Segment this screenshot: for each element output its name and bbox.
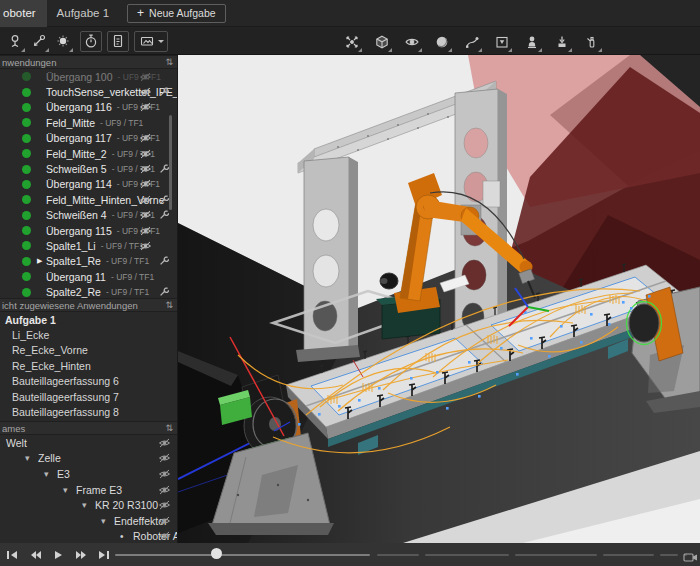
application-frames-label: - UF9 / TF1	[100, 118, 143, 128]
tool-gun-icon[interactable]	[580, 30, 604, 53]
visibility-off-icon[interactable]	[139, 210, 152, 220]
chevron-down-icon[interactable]: ▾	[44, 469, 54, 479]
frame-tree-row[interactable]: • Roboter Aufnahme	[0, 529, 178, 543]
unassigned-application-row[interactable]: Bauteillageerfassung 6	[0, 374, 178, 389]
new-task-button[interactable]: + Neue Aufgabe	[127, 4, 226, 23]
frame-tree-row[interactable]: ▾ E3	[0, 466, 178, 482]
anchor-drop-icon[interactable]	[550, 30, 574, 53]
status-dot-icon	[22, 134, 31, 143]
timeline-handle[interactable]	[211, 548, 222, 559]
visibility-off-icon[interactable]	[158, 516, 171, 526]
path-spline-icon[interactable]	[460, 30, 484, 53]
chevron-down-icon[interactable]: ▾	[63, 485, 73, 495]
visibility-off-icon[interactable]	[158, 469, 171, 479]
application-row[interactable]: Spalte1_Li - UF9 / TF1	[0, 238, 178, 253]
application-row[interactable]: Übergang 115 - UF9 / TF1	[0, 223, 178, 238]
unassigned-applications-list: Aufgabe 1 Li_Ecke Re_Ecke_Vorne Re_Ecke_…	[0, 312, 178, 420]
application-row[interactable]: TouchSense_verkettet_IPE_	[0, 84, 178, 99]
visibility-off-icon[interactable]	[139, 149, 152, 159]
document-button[interactable]	[107, 31, 129, 52]
chevron-down-icon[interactable]: ▾	[25, 453, 35, 463]
unassigned-application-row[interactable]: Re_Ecke_Vorne	[0, 343, 178, 358]
wrench-icon[interactable]	[159, 195, 169, 205]
timeline-segments[interactable]	[377, 554, 687, 556]
timeline-segment[interactable]	[377, 554, 419, 556]
unassigned-application-row[interactable]: Bauteillageerfassung 8	[0, 404, 178, 419]
sort-icon[interactable]: ⇅	[165, 58, 173, 67]
application-row[interactable]: Schweißen 5 - UF9 / TF1	[0, 161, 178, 176]
visibility-off-icon[interactable]	[139, 179, 152, 189]
visibility-off-icon[interactable]	[139, 226, 152, 236]
application-row[interactable]: Übergang 116 - UF9 / TF1	[0, 100, 178, 115]
timeline-segment[interactable]	[425, 554, 509, 556]
unassigned-application-row[interactable]: Aufgabe 1	[0, 312, 178, 327]
fit-view-icon[interactable]	[340, 30, 364, 53]
unassigned-application-row[interactable]: Bauteillageerfassung 7	[0, 389, 178, 404]
chevron-down-icon[interactable]: ▾	[82, 500, 92, 510]
frame-tree-row[interactable]: Welt	[0, 435, 178, 451]
timeline-track[interactable]	[115, 554, 370, 556]
visibility-off-icon[interactable]	[158, 531, 171, 541]
cube-view-icon[interactable]	[370, 30, 394, 53]
unassigned-application-row[interactable]: Li_Ecke	[0, 327, 178, 342]
timer-button[interactable]	[80, 31, 102, 52]
visibility-off-icon[interactable]	[139, 241, 152, 251]
unassigned-application-row[interactable]: Re_Ecke_Hinten	[0, 358, 178, 373]
visibility-off-icon[interactable]	[158, 500, 171, 510]
application-row[interactable]: Feld_Mitte - UF9 / TF1	[0, 115, 178, 130]
application-row[interactable]: ▶ Spalte1_Re - UF9 / TF1	[0, 254, 178, 269]
capture-camera-icon[interactable]	[683, 549, 698, 566]
wrench-icon[interactable]	[159, 210, 169, 220]
application-label: Feld_Mitte	[46, 117, 95, 129]
application-row[interactable]: Schweißen 4 - UF9 / TF1	[0, 208, 178, 223]
sort-icon[interactable]: ⇅	[165, 424, 173, 433]
wrench-icon[interactable]	[159, 87, 169, 97]
application-row[interactable]: Spalte2_Re - UF9 / TF1	[0, 284, 178, 298]
wrench-icon[interactable]	[159, 164, 169, 174]
visibility-off-icon[interactable]	[139, 102, 152, 112]
tab-aufgabe-1[interactable]: Aufgabe 1	[47, 0, 119, 27]
fast-forward-button[interactable]	[73, 547, 89, 563]
box-select-icon[interactable]	[490, 30, 514, 53]
visibility-icon[interactable]	[400, 30, 424, 53]
visibility-off-icon[interactable]	[139, 195, 152, 205]
frame-tree-row[interactable]: ▾ KR 20 R3100	[0, 497, 178, 513]
sort-icon[interactable]: ⇅	[165, 301, 173, 310]
visibility-off-icon[interactable]	[158, 485, 171, 495]
play-button[interactable]	[50, 547, 66, 563]
tab-roboter[interactable]: oboter	[0, 0, 47, 27]
skip-end-button[interactable]	[96, 547, 112, 563]
frame-pin-icon[interactable]	[3, 30, 27, 53]
chevron-down-icon[interactable]: ▾	[101, 516, 111, 526]
application-row[interactable]: Übergang 100 - UF9 / TF1	[0, 69, 178, 84]
timeline-segment[interactable]	[515, 554, 597, 556]
visibility-off-icon[interactable]	[139, 133, 152, 143]
tcp-target-icon[interactable]	[51, 30, 75, 53]
skip-start-button[interactable]	[4, 547, 20, 563]
unassigned-label: Bauteillageerfassung 6	[12, 375, 119, 387]
frame-tree-row[interactable]: ▾ Zelle	[0, 451, 178, 467]
application-row[interactable]: Übergang 117 - UF9 / TF1	[0, 131, 178, 146]
wrench-icon[interactable]	[159, 287, 169, 297]
application-row[interactable]: Feld_Mitte_2 - UF9 / TF1	[0, 146, 178, 161]
viewport-3d[interactable]	[178, 55, 700, 543]
timeline-segment[interactable]	[660, 554, 678, 556]
timeline-segment[interactable]	[603, 554, 654, 556]
viewport-card-button[interactable]	[134, 31, 168, 52]
visibility-off-icon[interactable]	[158, 453, 171, 463]
application-row[interactable]: Feld_Mitte_Hinten_Vorne	[0, 192, 178, 207]
visibility-off-icon[interactable]	[139, 72, 152, 82]
render-sphere-icon[interactable]	[430, 30, 454, 53]
visibility-off-icon[interactable]	[158, 438, 171, 448]
application-row[interactable]: Übergang 114 - UF9 / TF1	[0, 177, 178, 192]
visibility-off-icon[interactable]	[139, 164, 152, 174]
jog-link-icon[interactable]	[27, 30, 51, 53]
rewind-button[interactable]	[27, 547, 43, 563]
application-row[interactable]: Übergang 11 - UF9 / TF1	[0, 269, 178, 284]
frame-tree-row[interactable]: ▾ Frame E3	[0, 482, 178, 498]
scrollbar-thumb[interactable]	[169, 115, 172, 210]
frame-tree-row[interactable]: ▾ Endeffektor	[0, 513, 178, 529]
stamp-operator-icon[interactable]	[520, 30, 544, 53]
visibility-off-icon[interactable]	[139, 87, 152, 97]
wrench-icon[interactable]	[159, 256, 169, 266]
